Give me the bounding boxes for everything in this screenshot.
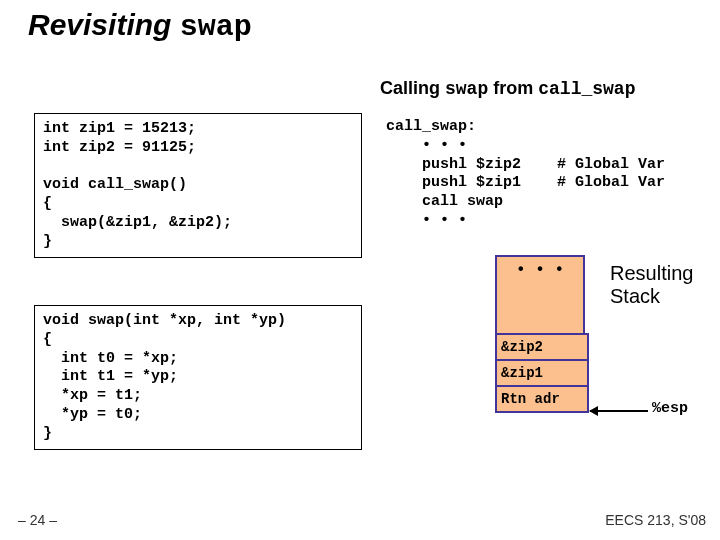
subtitle-mid: from: [488, 78, 538, 98]
stack-cell-zip1: &zip1: [495, 359, 589, 387]
subtitle-mono2: call_swap: [538, 79, 635, 99]
subtitle-prefix: Calling: [380, 78, 445, 98]
subtitle: Calling swap from call_swap: [380, 78, 635, 99]
stack-label-line2: Stack: [610, 285, 660, 307]
stack-top-dots: • • •: [495, 255, 585, 335]
esp-arrow-icon: [590, 410, 648, 412]
title-prefix: Revisiting: [28, 8, 180, 41]
code-box-c-caller: int zip1 = 15213; int zip2 = 91125; void…: [34, 113, 362, 258]
stack-cell-zip2: &zip2: [495, 333, 589, 361]
stack-cell-rtn: Rtn adr: [495, 385, 589, 413]
esp-register-label: %esp: [652, 400, 688, 417]
subtitle-mono1: swap: [445, 79, 488, 99]
slide-number: – 24 –: [18, 512, 57, 528]
stack-label: Resulting Stack: [610, 262, 693, 308]
slide: Revisiting swap Calling swap from call_s…: [0, 0, 720, 540]
course-footer: EECS 213, S'08: [605, 512, 706, 528]
stack-label-line1: Resulting: [610, 262, 693, 284]
code-asm: call_swap: • • • pushl $zip2 # Global Va…: [386, 118, 665, 231]
code-box-c-swap: void swap(int *xp, int *yp) { int t0 = *…: [34, 305, 362, 450]
page-title: Revisiting swap: [28, 8, 252, 44]
stack-diagram: • • • &zip2 &zip1 Rtn adr: [495, 255, 589, 413]
title-mono: swap: [180, 10, 252, 44]
